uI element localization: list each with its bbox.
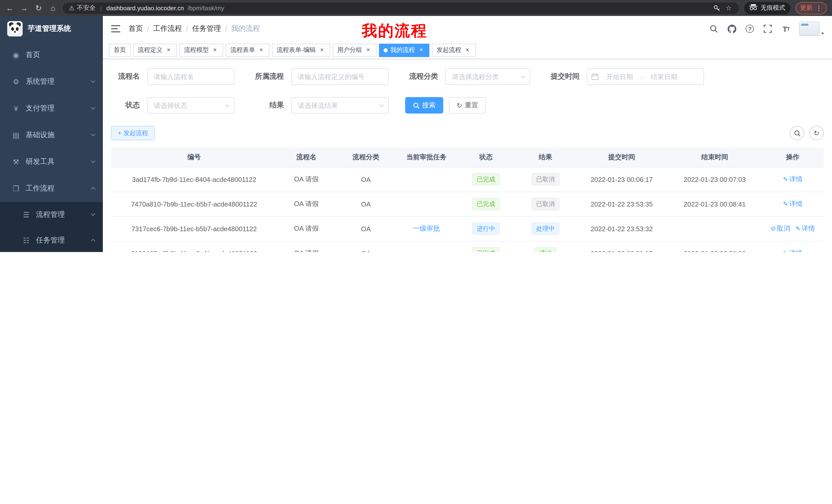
create-process-button[interactable]: + 发起流程	[111, 126, 155, 140]
sidebar-item-home[interactable]: ◉首页	[0, 41, 103, 68]
list-icon: ☰	[21, 211, 32, 219]
status-select[interactable]	[147, 97, 234, 114]
incognito-label: 无痕模式	[760, 4, 785, 12]
refresh-table-button[interactable]: ↻	[809, 126, 824, 140]
sidebar-item-task-mgmt[interactable]: ☷任务管理	[0, 228, 103, 252]
tab-流程模型[interactable]: 流程模型×	[179, 44, 223, 57]
sidebar-item-infrastructure[interactable]: ▤基础设施	[0, 122, 103, 148]
current-task-link[interactable]: 一级审批	[413, 225, 440, 232]
cell-actions: ✎详情	[762, 192, 824, 216]
close-icon[interactable]: ×	[418, 47, 425, 54]
chevron-up-icon	[91, 239, 95, 244]
briefcase-icon: ❒	[10, 185, 22, 193]
tab-发起流程[interactable]: 发起流程×	[432, 44, 476, 57]
close-icon[interactable]: ×	[318, 47, 326, 54]
close-icon[interactable]: ×	[258, 47, 265, 54]
menu-dots-icon[interactable]: ⋮	[815, 4, 822, 12]
category-select-input[interactable]	[445, 68, 530, 85]
close-icon[interactable]: ×	[165, 47, 172, 54]
home-icon[interactable]: ⌂	[48, 4, 58, 12]
chevron-down-icon	[91, 132, 95, 137]
logo[interactable]: 芋道管理系统	[0, 16, 103, 41]
filter-row-2: 状态 结果	[111, 97, 824, 114]
reset-button[interactable]: ↻ 重置	[449, 97, 486, 114]
security-warning[interactable]: ⚠ 不安全	[69, 4, 96, 12]
fullscreen-icon[interactable]	[763, 24, 773, 33]
tab-label: 流程模型	[184, 46, 209, 54]
sidebar-item-payment[interactable]: ¥支付管理	[0, 95, 103, 122]
end-date-input[interactable]	[645, 72, 683, 81]
user-avatar[interactable]: ▾	[799, 22, 824, 36]
search-icon[interactable]	[709, 24, 719, 33]
sidebar-item-label: 支付管理	[26, 104, 54, 113]
detail-link[interactable]: ✎详情	[795, 224, 815, 233]
tab-流程表单[interactable]: 流程表单×	[226, 44, 269, 57]
search-button[interactable]: 搜索	[405, 97, 443, 114]
tab-我的流程[interactable]: 我的流程×	[379, 44, 430, 57]
cell-category: OA	[336, 167, 396, 192]
cell-result: 通过	[515, 241, 576, 252]
column-header: 当前审批任务	[396, 147, 457, 167]
chevron-down-icon	[91, 105, 95, 110]
close-icon[interactable]: ×	[365, 47, 372, 54]
status-tag: 已取消	[531, 198, 559, 210]
tab-label: 流程定义	[138, 46, 162, 54]
cell-result: 处理中	[515, 216, 576, 241]
font-size-icon[interactable]: TT	[781, 24, 790, 33]
refresh-icon[interactable]: ↻	[34, 4, 43, 12]
tab-用户分组[interactable]: 用户分组×	[333, 44, 376, 57]
column-header: 提交时间	[576, 147, 668, 167]
sidebar-item-system[interactable]: ⚙系统管理	[0, 68, 103, 95]
breadcrumb-item: 我的流程	[231, 24, 260, 33]
help-icon[interactable]: ?	[745, 24, 755, 33]
detail-link[interactable]: ✎详情	[783, 199, 802, 208]
back-icon[interactable]: ←	[5, 4, 15, 12]
github-icon[interactable]	[727, 24, 737, 33]
tab-首页[interactable]: 首页	[109, 44, 131, 57]
sidebar-item-process-mgmt[interactable]: ☰流程管理	[0, 202, 103, 228]
bookmark-star-icon[interactable]: ☆	[725, 4, 733, 12]
update-button[interactable]: 更新 ⋮	[796, 2, 827, 14]
column-header: 状态	[457, 147, 515, 167]
password-key-icon[interactable]	[713, 4, 721, 12]
status-tag: 已完成	[472, 198, 500, 210]
close-icon[interactable]: ×	[464, 47, 471, 54]
sidebar-item-workflow[interactable]: ❒工作流程	[0, 175, 103, 202]
tab-label: 流程表单	[230, 46, 255, 54]
sidebar-item-dev-tools[interactable]: ⚒研发工具	[0, 148, 103, 175]
tools-icon: ⚒	[10, 158, 22, 166]
breadcrumb-item[interactable]: 首页	[129, 24, 143, 33]
cell-category: OA	[336, 192, 396, 216]
detail-link[interactable]: ✎详情	[783, 175, 802, 184]
tab-label: 用户分组	[337, 46, 362, 54]
tab-流程表单-编辑[interactable]: 流程表单-编辑×	[272, 44, 330, 57]
result-select[interactable]	[291, 97, 389, 114]
breadcrumb-item[interactable]: 任务管理	[192, 24, 221, 33]
column-header: 流程分类	[336, 147, 396, 167]
url-host: dashboard.yudao.iocoder.cn	[106, 4, 184, 11]
refresh-icon: ↻	[457, 102, 462, 109]
active-tab-dot	[384, 48, 388, 52]
process-name-input[interactable]	[147, 68, 234, 85]
tab-流程定义[interactable]: 流程定义×	[133, 44, 177, 57]
status-select-input[interactable]	[147, 97, 234, 114]
process-def-input[interactable]	[291, 68, 389, 85]
submit-time-range-picker[interactable]: -	[587, 68, 704, 85]
main-area: 我的流程 首页/工作流程/任务管理/我的流程 ? TT	[103, 16, 832, 252]
sidebar-item-label: 工作流程	[26, 184, 54, 193]
start-date-input[interactable]	[601, 72, 639, 81]
result-select-input[interactable]	[291, 97, 389, 114]
close-icon[interactable]: ×	[211, 47, 218, 54]
cell-end-time: 2022-01-23 00:08:41	[668, 192, 762, 216]
cancel-link[interactable]: ⊘取消	[771, 224, 790, 233]
toggle-search-button[interactable]	[790, 126, 804, 140]
hamburger-icon[interactable]	[111, 25, 120, 32]
edit-icon: ✎	[783, 176, 788, 183]
url-bar[interactable]: ⚠ 不安全 | dashboard.yudao.iocoder.cn/bpm/t…	[63, 2, 739, 13]
breadcrumb-item[interactable]: 工作流程	[153, 24, 182, 33]
category-select[interactable]	[445, 68, 530, 85]
cell-status: 已完成	[457, 167, 515, 192]
detail-link[interactable]: ✎详情	[783, 249, 802, 252]
page-title-annotation: 我的流程	[362, 21, 427, 41]
forward-icon[interactable]: →	[20, 4, 29, 12]
